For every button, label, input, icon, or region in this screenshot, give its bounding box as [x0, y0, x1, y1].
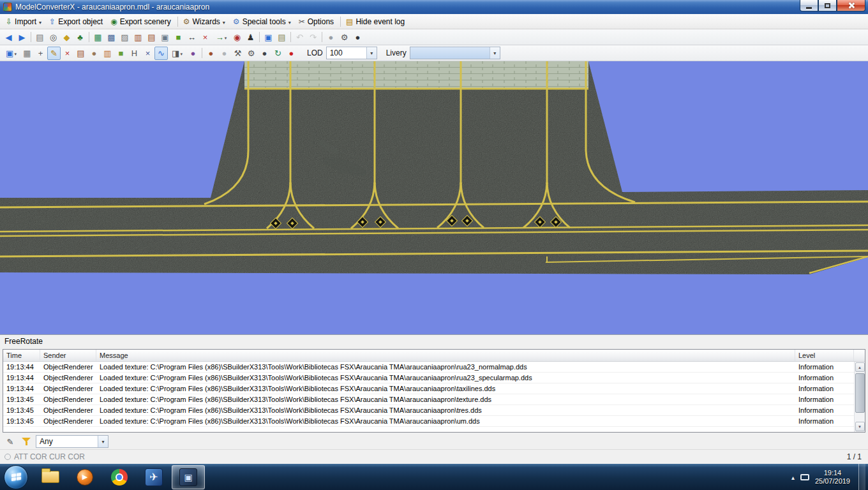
fit-view-button[interactable]: ▣ [2, 47, 20, 60]
hierarchy-tree-button[interactable]: ♣ [73, 31, 87, 44]
filter-level-combobox[interactable]: Any [36, 435, 108, 448]
log-cell-message: Loaded texture: C:\Program Files (x86)\S… [96, 394, 795, 405]
edit-grid-button[interactable]: ▨ [118, 31, 131, 44]
scrollbar-thumb[interactable] [855, 373, 865, 413]
transform-arrow-button[interactable]: → [212, 31, 230, 44]
sphere-gray-button[interactable]: ● [324, 31, 338, 44]
menu-item-options[interactable]: ✂Options [296, 16, 338, 27]
minimize-button[interactable] [800, 0, 818, 11]
bricks-button[interactable]: ▤ [74, 47, 87, 60]
render-viewport[interactable] [0, 61, 868, 334]
menu-bar: ⇩Import⇧Export object◉Export scenery⚙Wiz… [0, 14, 868, 29]
lod-dropdown-arrow-icon[interactable] [366, 47, 377, 59]
log-row[interactable]: 19:13:45ObjectRendererLoaded texture: C:… [3, 394, 854, 405]
ball-purple-icon: ● [191, 49, 196, 57]
earth-grid-button[interactable]: ▩ [105, 31, 118, 44]
thumbnail-button[interactable]: ▤ [275, 31, 288, 44]
texture-table-button[interactable]: ▦ [91, 31, 105, 44]
redo-button: ↷ [306, 31, 320, 44]
back-button[interactable]: ◀ [2, 31, 15, 44]
scroll-up-icon[interactable] [855, 362, 865, 372]
taskbar-app-modelconverterx[interactable]: ▣ [172, 465, 205, 489]
apple-button[interactable]: ● [285, 47, 298, 60]
taskbar-app-explorer[interactable] [34, 465, 67, 489]
ground-polygon-button[interactable]: ■ [114, 47, 128, 60]
node-delete-button[interactable]: × [61, 47, 74, 60]
close-button[interactable] [837, 0, 865, 11]
attach-pencil-button[interactable]: ✎ [47, 47, 61, 60]
taskbar-clock[interactable]: 19:14 25/07/2019 [815, 469, 850, 486]
menu-item-export-object[interactable]: ⇧Export object [46, 16, 107, 27]
material-balls-button[interactable]: ◉ [230, 31, 244, 44]
column-header-sender[interactable]: Sender [40, 350, 96, 361]
log-row[interactable]: 19:13:44ObjectRendererLoaded texture: C:… [3, 373, 854, 383]
log-row[interactable]: 19:13:45ObjectRendererLoaded texture: C:… [3, 416, 854, 427]
sphere-dark-button[interactable]: ● [258, 47, 271, 60]
scrollbar-track[interactable] [855, 373, 865, 421]
globe-dark-button[interactable]: ● [351, 31, 364, 44]
axes-button[interactable]: + [34, 47, 47, 60]
menu-item-hide-event-log[interactable]: ▤Hide event log [343, 16, 409, 27]
taskbar-app-media-player[interactable]: ▶ [68, 465, 101, 489]
maximize-button[interactable] [818, 0, 837, 11]
options-icon: ✂ [299, 18, 305, 26]
film-strip-button[interactable]: ▥ [131, 31, 145, 44]
start-button[interactable] [4, 465, 28, 489]
taskbar-app-chrome[interactable] [103, 465, 136, 489]
texture-bricks-button[interactable]: ▤ [145, 31, 158, 44]
edit-log-button[interactable]: ✎ [4, 435, 17, 448]
clock-date: 25/07/2019 [815, 477, 850, 486]
filter-dropdown-arrow-icon[interactable] [98, 436, 108, 447]
resize-button[interactable]: ↔ [185, 31, 198, 44]
bezier-path-button[interactable]: ∿ [154, 47, 168, 60]
ball-texture-button[interactable]: ● [204, 47, 218, 60]
refresh-button[interactable]: ↻ [271, 47, 285, 60]
helm-wheel-button[interactable]: ⚙ [244, 47, 258, 60]
menu-item-export-scenery[interactable]: ◉Export scenery [107, 16, 176, 27]
show-desktop-button[interactable] [858, 464, 865, 490]
menu-item-special-tools[interactable]: ⚙Special tools [230, 16, 296, 27]
column-header-level[interactable]: Level [795, 350, 854, 361]
taskbar-app-flight-simulator[interactable]: ✈ [137, 465, 170, 489]
scroll-down-icon[interactable] [855, 422, 865, 431]
menu-item-import[interactable]: ⇩Import [3, 16, 46, 27]
material-green-button[interactable]: ■ [172, 31, 185, 44]
image-viewer-button[interactable]: ▣ [158, 31, 172, 44]
system-tray: 19:14 25/07/2019 [791, 464, 868, 490]
camera-view-button[interactable]: ◨ [168, 47, 186, 60]
log-cell-message: Loaded texture: C:\Program Files (x86)\S… [96, 373, 795, 383]
grid-button[interactable]: ▦ [20, 47, 34, 60]
crate-button[interactable]: ▥ [101, 47, 114, 60]
wheel-button[interactable]: ⚙ [338, 31, 351, 44]
event-log-scrollbar[interactable] [854, 362, 865, 432]
livery-combobox[interactable] [410, 47, 500, 59]
column-header-time[interactable]: Time [3, 350, 40, 361]
pick-hammer-button[interactable]: ⚒ [231, 47, 244, 60]
attach-points-button[interactable]: H [128, 47, 141, 60]
forward-button[interactable]: ▶ [15, 31, 29, 44]
animation-figure-button[interactable]: ♟ [244, 31, 257, 44]
log-row[interactable]: 19:13:44ObjectRendererLoaded texture: C:… [3, 362, 854, 373]
ball-purple-button[interactable]: ● [186, 47, 200, 60]
log-row[interactable]: 19:13:44ObjectRendererLoaded texture: C:… [3, 383, 854, 394]
menu-item-wizards[interactable]: ⚙Wizards [180, 16, 230, 27]
ball-gray-button[interactable]: ● [218, 47, 231, 60]
summary-button[interactable]: ▤ [33, 31, 47, 44]
livery-dropdown-arrow-icon[interactable] [490, 47, 500, 59]
network-monitor-icon[interactable] [800, 474, 809, 480]
sphere-gray-icon: ● [329, 33, 334, 41]
delete-red-button[interactable]: × [198, 31, 212, 44]
filter-button[interactable] [20, 435, 33, 448]
key-button[interactable]: ◆ [60, 31, 73, 44]
frame-blue-button[interactable]: ▣ [262, 31, 275, 44]
lod-combobox[interactable]: 100 [326, 47, 377, 59]
log-cell-level: Information [795, 405, 854, 415]
menu-item-label: Import [15, 17, 36, 26]
app-icon [3, 3, 12, 11]
preview-magnifier-button[interactable]: ◎ [47, 31, 60, 44]
x-arrow-button[interactable]: × [141, 47, 154, 60]
log-row[interactable]: 19:13:45ObjectRendererLoaded texture: C:… [3, 405, 854, 416]
show-hidden-icons-button[interactable] [791, 473, 795, 482]
column-header-message[interactable]: Message [96, 350, 795, 361]
drum-button[interactable]: ● [87, 47, 101, 60]
